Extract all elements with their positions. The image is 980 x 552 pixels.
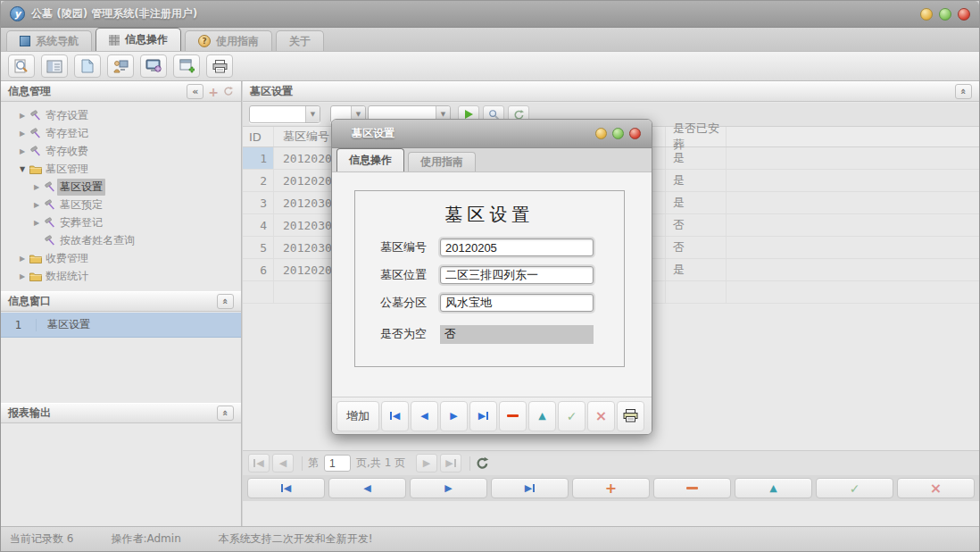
- edit-record-button[interactable]: ▲: [735, 478, 812, 498]
- filter-field-select[interactable]: ▼: [249, 105, 320, 123]
- cell-id: 2: [243, 170, 274, 191]
- collapse-main-button[interactable]: «: [955, 84, 972, 99]
- cemetery-location-input[interactable]: [440, 266, 594, 284]
- minus-icon: [507, 414, 519, 417]
- dialog-tab-user-guide[interactable]: 使用指南: [408, 152, 476, 171]
- dialog-cancel-button[interactable]: ×: [587, 401, 615, 431]
- add-button[interactable]: 增加: [336, 401, 379, 431]
- collapse-sidebar-button[interactable]: «: [187, 84, 203, 99]
- expand-arrow-icon[interactable]: ▶: [17, 147, 28, 155]
- tab-user-guide[interactable]: ? 使用指南: [185, 30, 272, 51]
- monitor-button[interactable]: [140, 54, 167, 78]
- first-page-button[interactable]: ◀: [248, 454, 270, 473]
- tab-info-operation[interactable]: 信息操作: [96, 28, 181, 51]
- collapse-panel-button[interactable]: «: [217, 294, 234, 309]
- next-record-button[interactable]: ▶: [410, 478, 487, 498]
- minimize-button[interactable]: [920, 8, 933, 21]
- last-page-button[interactable]: ▶: [440, 454, 461, 473]
- refresh-page-button[interactable]: [476, 456, 489, 470]
- field-label-zone: 公墓分区: [380, 295, 440, 311]
- tree-item-cemetery-management[interactable]: ▼ 墓区管理: [1, 160, 241, 178]
- tree-item-data-statistics[interactable]: ▶ 数据统计: [1, 267, 241, 285]
- tab-label: 关于: [289, 34, 311, 49]
- cell-buried: 否: [666, 214, 727, 236]
- printer-icon: [212, 60, 228, 73]
- collapse-arrow-icon[interactable]: ▼: [17, 165, 28, 173]
- confirm-button[interactable]: ✓: [816, 478, 893, 498]
- column-header-id[interactable]: ID: [243, 127, 274, 146]
- dialog-last-record-button[interactable]: ▶: [469, 401, 497, 431]
- page-number-input[interactable]: [324, 455, 351, 472]
- prev-page-button[interactable]: ◀: [272, 454, 294, 473]
- dialog-next-record-button[interactable]: ▶: [440, 401, 468, 431]
- cemetery-zone-input[interactable]: [440, 294, 594, 312]
- add-record-button[interactable]: +: [572, 478, 650, 498]
- cell-id: 6: [243, 259, 274, 280]
- tree-item-label: 数据统计: [43, 268, 91, 285]
- collapse-panel-button[interactable]: «: [217, 406, 234, 421]
- dialog-close-button[interactable]: [629, 128, 641, 139]
- main-panel-title: 墓区设置: [250, 84, 293, 99]
- dialog-body: 墓区设置 墓区编号 墓区位置 公墓分区 是否为空 否: [332, 173, 652, 397]
- cell-buried: 是: [666, 170, 727, 191]
- cemetery-code-input[interactable]: [440, 238, 594, 256]
- cell-buried: 否: [666, 237, 727, 258]
- expand-arrow-icon[interactable]: ▶: [31, 219, 42, 227]
- dialog-maximize-button[interactable]: [612, 128, 624, 139]
- info-window-item[interactable]: 1 墓区设置: [1, 313, 241, 338]
- expand-arrow-icon[interactable]: ▶: [17, 272, 28, 280]
- tree-item-storage-fee[interactable]: ▶ 寄存收费: [1, 142, 241, 160]
- new-window-button[interactable]: [173, 54, 200, 78]
- form-icon: [46, 60, 62, 73]
- last-record-button[interactable]: ▶: [491, 478, 569, 498]
- dialog-title-bar[interactable]: 墓区设置: [332, 120, 652, 148]
- maximize-button[interactable]: [939, 8, 951, 21]
- expand-arrow-icon[interactable]: ▶: [31, 201, 42, 209]
- search-icon: [13, 59, 29, 73]
- cell-buried: 是: [666, 259, 727, 280]
- expand-arrow-icon[interactable]: ▶: [17, 112, 28, 120]
- tab-system-navigation[interactable]: 系统导航: [6, 30, 92, 51]
- operator-label: 操作者:Admin: [111, 531, 180, 547]
- tool-icon: [28, 110, 43, 121]
- dialog-edit-button[interactable]: ▲: [528, 401, 556, 431]
- tree-item-label: 寄存登记: [43, 125, 91, 142]
- dialog-prev-record-button[interactable]: ◀: [411, 401, 438, 431]
- dialog-print-button[interactable]: [617, 401, 644, 431]
- form-view-button[interactable]: [41, 54, 68, 78]
- tree-item-fee-management[interactable]: ▶ 收费管理: [1, 249, 241, 267]
- first-record-button[interactable]: ◀: [247, 478, 325, 498]
- column-header-buried[interactable]: 是否已安葬: [666, 127, 727, 146]
- close-button[interactable]: [958, 8, 970, 21]
- window-title: 公墓 (陵园) 管理系统(非注册用户): [31, 6, 197, 21]
- next-page-button[interactable]: ▶: [416, 454, 437, 473]
- expand-arrow-icon[interactable]: ▶: [31, 183, 42, 191]
- info-window-panel-header: 信息窗口 «: [1, 291, 241, 312]
- tree-item-search-by-name[interactable]: 按故者姓名查询: [1, 231, 241, 249]
- monitor-globe-icon: [145, 59, 162, 73]
- add-icon[interactable]: +: [208, 85, 219, 99]
- refresh-icon[interactable]: [223, 85, 234, 99]
- dialog-minimize-button[interactable]: [595, 128, 607, 139]
- document-button[interactable]: [74, 54, 101, 78]
- tree-item-label: 寄存收费: [43, 143, 91, 160]
- search-button[interactable]: [8, 54, 35, 78]
- tab-about[interactable]: 关于: [276, 30, 324, 51]
- tree-item-cemetery-setup[interactable]: ▶ 墓区设置: [1, 178, 241, 196]
- print-button[interactable]: [206, 54, 233, 78]
- dialog-confirm-button[interactable]: ✓: [558, 401, 586, 431]
- tree-item-storage-setup[interactable]: ▶ 寄存设置: [1, 106, 241, 124]
- tree-item-storage-register[interactable]: ▶ 寄存登记: [1, 124, 241, 142]
- operator-button[interactable]: [107, 54, 134, 78]
- expand-arrow-icon[interactable]: ▶: [17, 255, 28, 263]
- delete-record-button[interactable]: [653, 478, 731, 498]
- tree-item-burial-register[interactable]: ▶ 安葬登记: [1, 213, 241, 231]
- expand-arrow-icon[interactable]: ▶: [17, 130, 28, 138]
- sidebar: 信息管理 « + ▶ 寄存设置 ▶ 寄存登记 ▶ 寄存收费 ▼ 墓区管理 ▶: [1, 81, 242, 526]
- dialog-tab-info-operation[interactable]: 信息操作: [336, 148, 404, 171]
- dialog-first-record-button[interactable]: ◀: [381, 401, 409, 431]
- tree-item-cemetery-reserve[interactable]: ▶ 墓区预定: [1, 196, 241, 213]
- dialog-delete-button[interactable]: [499, 401, 527, 431]
- prev-record-button[interactable]: ◀: [328, 478, 406, 498]
- cancel-button[interactable]: ×: [897, 478, 975, 498]
